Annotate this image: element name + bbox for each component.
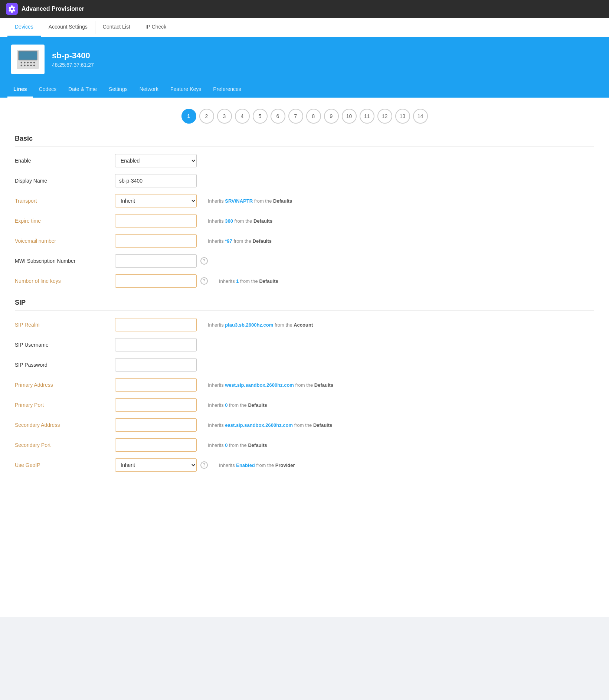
line-tab-12[interactable]: 12 — [377, 109, 392, 124]
primary-port-label: Primary Port — [15, 402, 111, 408]
transport-select[interactable]: Inherit UDP TCP TLS — [115, 194, 197, 207]
line-keys-help-icon[interactable]: ? — [200, 277, 208, 285]
line-tab-8[interactable]: 8 — [306, 109, 321, 124]
mwi-subscription-label: MWI Subscription Number — [15, 258, 111, 264]
nav-tab-contact-list[interactable]: Contact List — [95, 18, 138, 37]
expire-time-input[interactable] — [115, 214, 197, 228]
sip-section: SIP SIP Realm Inherits plau3.sb.2600hz.c… — [15, 299, 594, 472]
voicemail-number-inherit-text: Inherits *97 from the Defaults — [208, 238, 272, 244]
device-image — [11, 45, 45, 74]
sip-realm-inherit-val: plau3.sb.2600hz.com — [225, 322, 273, 328]
primary-address-row: Primary Address Inherits west.sip.sandbo… — [15, 378, 594, 392]
secondary-address-inherit-text: Inherits east.sip.sandbox.2600hz.com fro… — [208, 422, 332, 428]
transport-label: Transport — [15, 198, 111, 204]
primary-port-inherit-val: 0 — [225, 402, 227, 408]
secondary-port-label: Secondary Port — [15, 442, 111, 448]
use-geoip-select[interactable]: Inherit Enabled Disabled — [115, 458, 197, 472]
nav-tab-account-settings[interactable]: Account Settings — [41, 18, 95, 37]
mwi-subscription-row: MWI Subscription Number ? — [15, 254, 594, 268]
secondary-port-inherit-text: Inherits 0 from the Defaults — [208, 442, 267, 448]
sip-realm-input[interactable] — [115, 318, 197, 331]
sip-password-input[interactable] — [115, 358, 197, 372]
primary-port-row: Primary Port Inherits 0 from the Default… — [15, 398, 594, 412]
sip-realm-label: SIP Realm — [15, 322, 111, 328]
svg-point-4 — [24, 62, 25, 63]
line-tabs: 1 2 3 4 5 6 7 8 9 10 11 12 13 14 — [15, 109, 594, 124]
primary-port-input[interactable] — [115, 398, 197, 412]
line-keys-input[interactable] — [115, 274, 197, 288]
display-name-row: Display Name — [15, 174, 594, 187]
line-tab-3[interactable]: 3 — [217, 109, 232, 124]
enable-select[interactable]: Enabled Disabled Inherit — [115, 154, 197, 167]
line-tab-5[interactable]: 5 — [253, 109, 268, 124]
secondary-address-row: Secondary Address Inherits east.sip.sand… — [15, 418, 594, 432]
line-tab-4[interactable]: 4 — [235, 109, 250, 124]
svg-rect-2 — [19, 52, 37, 60]
voicemail-number-inherit-val: *97 — [225, 238, 232, 244]
primary-port-inherit-text: Inherits 0 from the Defaults — [208, 402, 267, 408]
line-keys-label: Number of line keys — [15, 278, 111, 284]
line-tab-9[interactable]: 9 — [324, 109, 339, 124]
sip-username-row: SIP Username — [15, 338, 594, 351]
line-tab-1[interactable]: 1 — [181, 109, 196, 124]
line-tab-7[interactable]: 7 — [288, 109, 303, 124]
primary-address-inherit-val: west.sip.sandbox.2600hz.com — [225, 382, 294, 388]
secondary-port-inherit-val: 0 — [225, 442, 227, 448]
use-geoip-row: Use GeoIP Inherit Enabled Disabled ? Inh… — [15, 458, 594, 472]
line-tab-13[interactable]: 13 — [395, 109, 410, 124]
line-keys-row: Number of line keys ? Inherits 1 from th… — [15, 274, 594, 288]
device-header: sb-p-3400 48:25:67:37:61:27 — [0, 37, 609, 82]
device-tab-datetime[interactable]: Date & Time — [62, 82, 103, 98]
voicemail-number-input[interactable] — [115, 234, 197, 248]
secondary-port-input[interactable] — [115, 438, 197, 452]
sip-password-row: SIP Password — [15, 358, 594, 372]
sip-password-label: SIP Password — [15, 362, 111, 368]
nav-tabs: Devices Account Settings Contact List IP… — [0, 18, 609, 37]
device-tab-preferences[interactable]: Preferences — [207, 82, 247, 98]
svg-point-7 — [33, 62, 35, 63]
device-info: sb-p-3400 48:25:67:37:61:27 — [52, 51, 94, 68]
transport-inherit-text: Inherits SRV/NAPTR from the Defaults — [208, 198, 292, 204]
svg-point-6 — [30, 62, 32, 63]
device-mac: 48:25:67:37:61:27 — [52, 62, 94, 68]
primary-address-input[interactable] — [115, 378, 197, 392]
expire-time-inherit-val: 360 — [225, 218, 233, 224]
device-tab-feature-keys[interactable]: Feature Keys — [164, 82, 207, 98]
line-tab-10[interactable]: 10 — [342, 109, 357, 124]
secondary-address-label: Secondary Address — [15, 422, 111, 428]
line-tab-2[interactable]: 2 — [199, 109, 214, 124]
secondary-address-input[interactable] — [115, 418, 197, 432]
nav-tab-ip-check[interactable]: IP Check — [138, 18, 174, 37]
secondary-address-inherit-val: east.sip.sandbox.2600hz.com — [225, 422, 293, 428]
line-tab-6[interactable]: 6 — [271, 109, 285, 124]
svg-point-11 — [30, 65, 32, 66]
sip-title: SIP — [15, 299, 594, 311]
mwi-subscription-input[interactable] — [115, 254, 197, 268]
nav-tab-devices[interactable]: Devices — [7, 18, 41, 37]
display-name-input[interactable] — [115, 174, 197, 187]
svg-point-12 — [33, 65, 35, 66]
basic-section: Basic Enable Enabled Disabled Inherit Di… — [15, 135, 594, 288]
enable-label: Enable — [15, 158, 111, 164]
sip-username-input[interactable] — [115, 338, 197, 351]
voicemail-number-row: Voicemail number Inherits *97 from the D… — [15, 234, 594, 248]
device-tab-lines[interactable]: Lines — [7, 82, 33, 98]
device-tabs: Lines Codecs Date & Time Settings Networ… — [0, 82, 609, 98]
display-name-label: Display Name — [15, 178, 111, 184]
line-tab-14[interactable]: 14 — [413, 109, 428, 124]
enable-row: Enable Enabled Disabled Inherit — [15, 154, 594, 167]
use-geoip-inherit-text: Inherits Enabled from the Provider — [219, 462, 295, 468]
device-tab-settings[interactable]: Settings — [103, 82, 134, 98]
transport-inherit-val: SRV/NAPTR — [225, 198, 253, 204]
secondary-port-row: Secondary Port Inherits 0 from the Defau… — [15, 438, 594, 452]
svg-point-10 — [27, 65, 29, 66]
device-tab-network[interactable]: Network — [134, 82, 164, 98]
main-content: 1 2 3 4 5 6 7 8 9 10 11 12 13 14 Basic E… — [0, 98, 609, 617]
svg-point-8 — [21, 65, 22, 66]
sip-realm-inherit-text: Inherits plau3.sb.2600hz.com from the Ac… — [208, 322, 313, 328]
line-tab-11[interactable]: 11 — [360, 109, 374, 124]
device-tab-codecs[interactable]: Codecs — [33, 82, 62, 98]
use-geoip-help-icon[interactable]: ? — [200, 461, 208, 469]
mwi-help-icon[interactable]: ? — [200, 257, 208, 265]
expire-time-inherit-text: Inherits 360 from the Defaults — [208, 218, 272, 224]
